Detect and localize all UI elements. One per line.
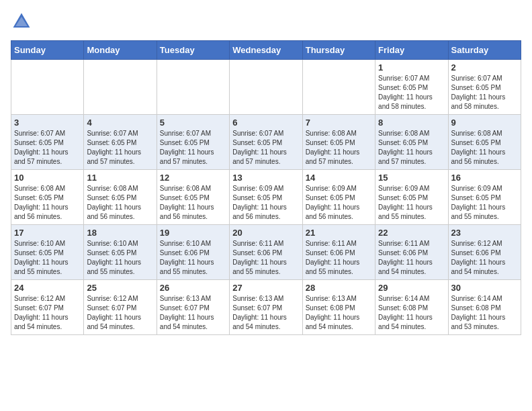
logo: [11, 11, 36, 32]
day-number: 17: [14, 228, 81, 238]
calendar-cell: [84, 60, 157, 115]
weekday-header-sunday: Sunday: [11, 41, 84, 60]
day-number: 14: [306, 173, 372, 183]
day-number: 24: [14, 283, 81, 293]
calendar-week-row: 10Sunrise: 6:08 AM Sunset: 6:05 PM Dayli…: [11, 170, 521, 225]
day-number: 19: [160, 228, 226, 238]
day-info: Sunrise: 6:11 AM Sunset: 6:06 PM Dayligh…: [378, 239, 445, 277]
calendar-cell: 4Sunrise: 6:07 AM Sunset: 6:05 PM Daylig…: [84, 115, 157, 170]
day-number: 30: [451, 283, 518, 293]
day-info: Sunrise: 6:09 AM Sunset: 6:05 PM Dayligh…: [232, 184, 299, 222]
day-info: Sunrise: 6:09 AM Sunset: 6:05 PM Dayligh…: [451, 184, 518, 222]
weekday-header-row: SundayMondayTuesdayWednesdayThursdayFrid…: [11, 41, 521, 60]
calendar-week-row: 3Sunrise: 6:07 AM Sunset: 6:05 PM Daylig…: [11, 115, 521, 170]
calendar-cell: 29Sunrise: 6:14 AM Sunset: 6:08 PM Dayli…: [375, 280, 448, 335]
day-info: Sunrise: 6:07 AM Sunset: 6:05 PM Dayligh…: [87, 129, 153, 167]
day-info: Sunrise: 6:08 AM Sunset: 6:05 PM Dayligh…: [378, 129, 445, 167]
day-info: Sunrise: 6:09 AM Sunset: 6:05 PM Dayligh…: [378, 184, 445, 222]
calendar-cell: 26Sunrise: 6:13 AM Sunset: 6:07 PM Dayli…: [157, 280, 229, 335]
calendar-cell: 24Sunrise: 6:12 AM Sunset: 6:07 PM Dayli…: [11, 280, 84, 335]
day-info: Sunrise: 6:07 AM Sunset: 6:05 PM Dayligh…: [232, 129, 299, 167]
day-info: Sunrise: 6:14 AM Sunset: 6:08 PM Dayligh…: [451, 294, 518, 332]
weekday-header-saturday: Saturday: [448, 41, 521, 60]
day-number: 2: [451, 62, 518, 73]
weekday-header-monday: Monday: [84, 41, 157, 60]
day-number: 20: [232, 228, 299, 238]
weekday-header-tuesday: Tuesday: [157, 41, 229, 60]
calendar-cell: [302, 60, 375, 115]
calendar-table: SundayMondayTuesdayWednesdayThursdayFrid…: [11, 40, 521, 335]
calendar-cell: 21Sunrise: 6:11 AM Sunset: 6:06 PM Dayli…: [302, 225, 375, 280]
day-number: 6: [232, 118, 299, 128]
day-number: 18: [87, 228, 153, 238]
calendar-cell: 11Sunrise: 6:08 AM Sunset: 6:05 PM Dayli…: [84, 170, 157, 225]
day-info: Sunrise: 6:07 AM Sunset: 6:05 PM Dayligh…: [378, 74, 445, 111]
day-info: Sunrise: 6:13 AM Sunset: 6:08 PM Dayligh…: [306, 294, 372, 332]
calendar-cell: 27Sunrise: 6:13 AM Sunset: 6:07 PM Dayli…: [230, 280, 302, 335]
day-number: 4: [87, 118, 153, 128]
calendar-cell: 15Sunrise: 6:09 AM Sunset: 6:05 PM Dayli…: [375, 170, 448, 225]
calendar-cell: 9Sunrise: 6:08 AM Sunset: 6:05 PM Daylig…: [448, 115, 521, 170]
calendar-cell: 16Sunrise: 6:09 AM Sunset: 6:05 PM Dayli…: [448, 170, 521, 225]
calendar-cell: 28Sunrise: 6:13 AM Sunset: 6:08 PM Dayli…: [302, 280, 375, 335]
calendar-cell: 10Sunrise: 6:08 AM Sunset: 6:05 PM Dayli…: [11, 170, 84, 225]
day-info: Sunrise: 6:14 AM Sunset: 6:08 PM Dayligh…: [378, 294, 445, 332]
calendar-cell: 7Sunrise: 6:08 AM Sunset: 6:05 PM Daylig…: [302, 115, 375, 170]
day-info: Sunrise: 6:09 AM Sunset: 6:05 PM Dayligh…: [306, 184, 372, 222]
day-number: 25: [87, 283, 153, 293]
day-number: 22: [378, 228, 445, 238]
day-info: Sunrise: 6:07 AM Sunset: 6:05 PM Dayligh…: [160, 129, 226, 167]
day-number: 5: [160, 118, 226, 128]
day-number: 9: [451, 118, 518, 128]
calendar-cell: 5Sunrise: 6:07 AM Sunset: 6:05 PM Daylig…: [157, 115, 229, 170]
day-number: 21: [306, 228, 372, 238]
day-info: Sunrise: 6:13 AM Sunset: 6:07 PM Dayligh…: [160, 294, 226, 332]
calendar-cell: 30Sunrise: 6:14 AM Sunset: 6:08 PM Dayli…: [448, 280, 521, 335]
calendar-cell: 20Sunrise: 6:11 AM Sunset: 6:06 PM Dayli…: [230, 225, 302, 280]
calendar-week-row: 1Sunrise: 6:07 AM Sunset: 6:05 PM Daylig…: [11, 60, 521, 115]
calendar-cell: 2Sunrise: 6:07 AM Sunset: 6:05 PM Daylig…: [448, 60, 521, 115]
day-number: 7: [306, 118, 372, 128]
day-info: Sunrise: 6:12 AM Sunset: 6:06 PM Dayligh…: [451, 239, 518, 277]
day-info: Sunrise: 6:08 AM Sunset: 6:05 PM Dayligh…: [14, 184, 81, 222]
day-number: 3: [14, 118, 81, 128]
calendar-cell: 12Sunrise: 6:08 AM Sunset: 6:05 PM Dayli…: [157, 170, 229, 225]
day-number: 27: [232, 283, 299, 293]
weekday-header-thursday: Thursday: [302, 41, 375, 60]
day-info: Sunrise: 6:08 AM Sunset: 6:05 PM Dayligh…: [306, 129, 372, 167]
day-number: 26: [160, 283, 226, 293]
day-number: 16: [451, 173, 518, 183]
calendar-cell: 6Sunrise: 6:07 AM Sunset: 6:05 PM Daylig…: [230, 115, 302, 170]
day-info: Sunrise: 6:10 AM Sunset: 6:05 PM Dayligh…: [14, 239, 81, 277]
calendar-cell: 3Sunrise: 6:07 AM Sunset: 6:05 PM Daylig…: [11, 115, 84, 170]
calendar-cell: 1Sunrise: 6:07 AM Sunset: 6:05 PM Daylig…: [375, 60, 448, 115]
calendar-cell: 14Sunrise: 6:09 AM Sunset: 6:05 PM Dayli…: [302, 170, 375, 225]
day-info: Sunrise: 6:11 AM Sunset: 6:06 PM Dayligh…: [306, 239, 372, 277]
day-number: 8: [378, 118, 445, 128]
calendar-cell: 25Sunrise: 6:12 AM Sunset: 6:07 PM Dayli…: [84, 280, 157, 335]
page-header: [11, 11, 521, 32]
calendar-cell: 19Sunrise: 6:10 AM Sunset: 6:06 PM Dayli…: [157, 225, 229, 280]
day-number: 29: [378, 283, 445, 293]
calendar-cell: 13Sunrise: 6:09 AM Sunset: 6:05 PM Dayli…: [230, 170, 302, 225]
day-number: 11: [87, 173, 153, 183]
calendar-cell: 8Sunrise: 6:08 AM Sunset: 6:05 PM Daylig…: [375, 115, 448, 170]
day-info: Sunrise: 6:08 AM Sunset: 6:05 PM Dayligh…: [451, 129, 518, 167]
day-number: 1: [378, 62, 445, 73]
day-number: 10: [14, 173, 81, 183]
day-info: Sunrise: 6:10 AM Sunset: 6:06 PM Dayligh…: [160, 239, 226, 277]
day-number: 12: [160, 173, 226, 183]
day-info: Sunrise: 6:08 AM Sunset: 6:05 PM Dayligh…: [87, 184, 153, 222]
calendar-cell: [230, 60, 302, 115]
day-info: Sunrise: 6:12 AM Sunset: 6:07 PM Dayligh…: [87, 294, 153, 332]
calendar-cell: 18Sunrise: 6:10 AM Sunset: 6:05 PM Dayli…: [84, 225, 157, 280]
day-number: 13: [232, 173, 299, 183]
weekday-header-wednesday: Wednesday: [230, 41, 302, 60]
calendar-cell: 17Sunrise: 6:10 AM Sunset: 6:05 PM Dayli…: [11, 225, 84, 280]
day-info: Sunrise: 6:13 AM Sunset: 6:07 PM Dayligh…: [232, 294, 299, 332]
weekday-header-friday: Friday: [375, 41, 448, 60]
logo-icon: [11, 11, 32, 32]
day-info: Sunrise: 6:11 AM Sunset: 6:06 PM Dayligh…: [232, 239, 299, 277]
day-number: 15: [378, 173, 445, 183]
day-info: Sunrise: 6:10 AM Sunset: 6:05 PM Dayligh…: [87, 239, 153, 277]
